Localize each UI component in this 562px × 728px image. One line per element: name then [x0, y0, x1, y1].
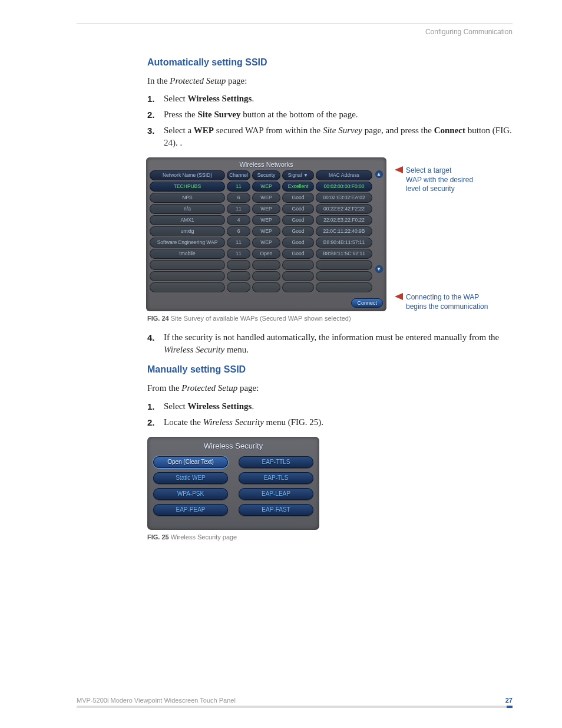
page-footer: MVP-5200i Modero Viewpoint Widescreen To…	[77, 697, 513, 708]
cell-c2: 11	[227, 182, 250, 192]
cell-c4: Excellent	[282, 182, 314, 192]
intro-1: In the Protected Setup page:	[147, 75, 513, 87]
col-mac[interactable]: MAC Address	[316, 170, 372, 180]
cell-c2: 6	[227, 226, 250, 236]
table-row[interactable]: AMX14WEPGood22:02:E3:22:F0:22	[150, 215, 372, 225]
table-row[interactable]: umxtg6WEPGood22:0C:11:22:40:9B	[150, 226, 372, 236]
caption-label: FIG. 25	[147, 533, 169, 541]
cell-c2: 11	[227, 238, 250, 248]
panel-title: Wireless Networks	[150, 161, 383, 168]
text-em: Protected Setup	[181, 383, 237, 393]
text: page, and press the	[362, 126, 434, 135]
list-item: 2. Press the Site Survey button at the b…	[147, 108, 513, 121]
cell-c5: 22:02:E3:22:F0:22	[316, 215, 372, 225]
text: menu (FIG. 25).	[264, 417, 323, 427]
col-signal[interactable]: Signal ▼	[282, 170, 314, 180]
figure-24: Wireless Networks Network Name (SSID) Ch…	[146, 157, 513, 311]
security-option-button[interactable]: EAP-FAST	[239, 504, 313, 516]
text-em: Wireless Security	[203, 417, 264, 427]
text-bold: Site Survey	[198, 110, 241, 119]
cell-c2: 11	[227, 249, 250, 259]
step-number: 4.	[147, 331, 164, 356]
connect-button[interactable]: Connect	[351, 298, 383, 308]
step-body: Select a WEP secured WAP from within the…	[164, 124, 513, 149]
wireless-networks-panel: Wireless Networks Network Name (SSID) Ch…	[146, 157, 386, 311]
scroll-up-icon[interactable]: ▲	[375, 170, 383, 178]
list-item: 2. Locate the Wireless Security menu (FI…	[147, 416, 513, 429]
text: page:	[226, 76, 247, 85]
table-row-empty	[150, 282, 372, 292]
cell-c3: WEP	[252, 204, 280, 214]
callout-text: Select a target	[406, 166, 473, 176]
security-option-button[interactable]: EAP-TTLS	[239, 456, 313, 468]
table-row-empty	[150, 260, 372, 270]
cell-c4: Good	[282, 226, 314, 236]
cell-c3: Open	[252, 249, 280, 259]
list-item: 4. If the security is not handled automa…	[147, 331, 513, 356]
steps-1-cont: 4. If the security is not handled automa…	[147, 331, 513, 356]
cell-c3: WEP	[252, 215, 280, 225]
cell-c3: WEP	[252, 193, 280, 203]
chapter-header: Configuring Communication	[77, 28, 513, 36]
callouts: Select a target WAP with the desired lev…	[395, 157, 513, 311]
cell-c2: 6	[227, 193, 250, 203]
cell-c4: Good	[282, 193, 314, 203]
cell-c3: WEP	[252, 238, 280, 248]
security-option-button[interactable]: Open (Clear Text)	[153, 456, 228, 468]
step-number: 1.	[147, 93, 164, 105]
security-option-button[interactable]: EAP-LEAP	[239, 488, 313, 500]
table-row[interactable]: NPS6WEPGood00:02:E3:02:EA:02	[150, 193, 372, 203]
step-number: 3.	[147, 124, 164, 149]
text: secured WAP from within the	[214, 126, 323, 135]
figure-24-caption: FIG. 24 Site Survey of available WAPs (S…	[147, 315, 513, 322]
step-body: Select Wireless Settings.	[164, 400, 513, 413]
cell-c2: 11	[227, 204, 250, 214]
cell-c1: AMX1	[150, 215, 225, 225]
text: Select	[164, 94, 187, 103]
scroll-down-icon[interactable]: ▼	[375, 265, 383, 273]
cell-c4: Good	[282, 215, 314, 225]
col-channel[interactable]: Channel	[227, 170, 250, 180]
caption-label: FIG. 24	[147, 315, 169, 322]
step-body: If the security is not handled automatic…	[164, 331, 513, 356]
cell-c5: 22:0C:11:22:40:9B	[316, 226, 372, 236]
table-row[interactable]: n/a11WEPGood00:22:E2:42:F2:22	[150, 204, 372, 214]
cell-c1: n/a	[150, 204, 225, 214]
arrow-left-icon	[395, 166, 403, 173]
text: .	[252, 401, 254, 411]
cell-c1: umxtg	[150, 226, 225, 236]
heading-auto-ssid: Automatically setting SSID	[147, 57, 513, 68]
step-body: Select Wireless Settings.	[164, 93, 513, 105]
security-option-button[interactable]: Static WEP	[153, 472, 228, 484]
panel-title: Wireless Security	[153, 442, 313, 450]
col-security[interactable]: Security	[252, 170, 280, 180]
callout-text: WAP with the desired	[406, 176, 473, 185]
security-option-button[interactable]: EAP-TLS	[239, 472, 313, 484]
text: page:	[237, 383, 259, 393]
security-option-button[interactable]: EAP-PEAP	[153, 504, 228, 516]
list-item: 3. Select a WEP secured WAP from within …	[147, 124, 513, 149]
step-number: 2.	[147, 416, 164, 429]
callout-text: begins the communication	[406, 302, 488, 312]
table-row[interactable]: tmobile11OpenGoodB8:B8:11:5C:62:11	[150, 249, 372, 259]
table-row[interactable]: TECHPUBS11WEPExcellent00:02:00:00:F0:00	[150, 182, 372, 192]
callout-text: level of security	[406, 185, 473, 194]
cell-c4: Good	[282, 204, 314, 214]
table-row[interactable]: Software Engineering WAP11WEPGoodB8:90:4…	[150, 238, 372, 248]
cell-c5: 00:22:E2:42:F2:22	[316, 204, 372, 214]
text: menu.	[224, 345, 249, 354]
cell-c3: WEP	[252, 182, 280, 192]
security-option-button[interactable]: WPA-PSK	[153, 488, 228, 500]
cell-c5: B8:90:4B:11:57:11	[316, 238, 372, 248]
step-number: 2.	[147, 108, 164, 121]
cell-c5: 00:02:00:00:F0:00	[316, 182, 372, 192]
cell-c1: tmobile	[150, 249, 225, 259]
table-row-empty	[150, 271, 372, 281]
text-bold: Wireless Settings	[187, 94, 252, 103]
text-bold: Wireless Settings	[187, 401, 252, 411]
cell-c3: WEP	[252, 226, 280, 236]
cell-c2: 4	[227, 215, 250, 225]
text: Locate the	[164, 417, 203, 427]
col-ssid[interactable]: Network Name (SSID)	[150, 170, 225, 180]
caption-text: Site Survey of available WAPs (Secured W…	[169, 315, 351, 322]
